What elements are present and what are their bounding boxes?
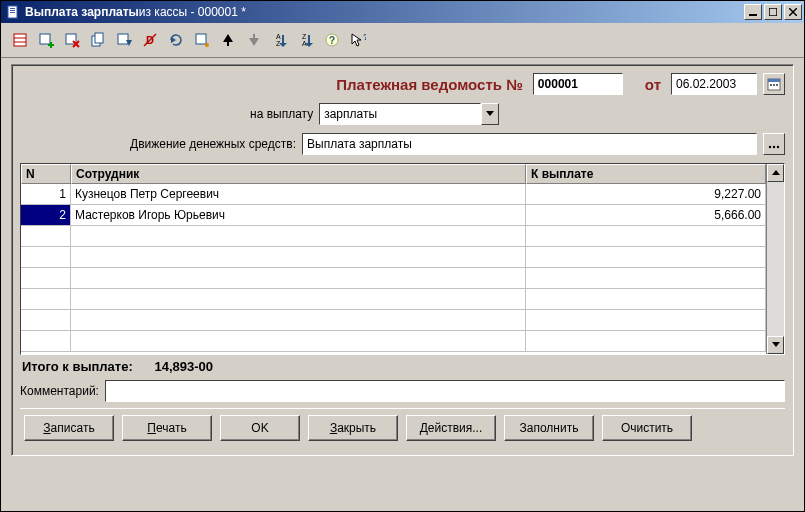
grid-move-icon[interactable] — [113, 29, 135, 51]
table-row[interactable]: 2Мастерков Игорь Юрьевич5,666.00 — [21, 205, 766, 226]
svg-marker-28 — [249, 38, 259, 46]
total-label: Итого к выплате: — [22, 359, 133, 374]
content-area: Платежная ведомость № от на выплату Движ… — [1, 58, 804, 511]
table-row[interactable] — [21, 226, 766, 247]
col-header-employee[interactable]: Сотрудник — [71, 164, 526, 184]
grid-header: N Сотрудник К выплате — [21, 164, 766, 184]
mark-delete-icon[interactable]: D — [139, 29, 161, 51]
svg-marker-44 — [486, 111, 494, 116]
from-label: от — [645, 76, 661, 93]
fill-button[interactable]: Заполнить — [504, 415, 594, 441]
cell-employee — [71, 331, 526, 352]
svg-marker-23 — [171, 37, 176, 43]
scroll-track[interactable] — [767, 182, 784, 336]
col-header-n[interactable]: N — [21, 164, 71, 184]
grid-add-icon[interactable] — [35, 29, 57, 51]
cell-amount — [526, 289, 766, 310]
calendar-button[interactable] — [763, 73, 785, 95]
svg-marker-49 — [772, 342, 780, 347]
cell-employee — [71, 226, 526, 247]
cell-n: 1 — [21, 184, 71, 205]
save-button[interactable]: Записать — [24, 415, 114, 441]
toolbar: DAZZA?? — [1, 23, 804, 58]
cell-amount — [526, 226, 766, 247]
help-icon[interactable]: ? — [321, 29, 343, 51]
table-row[interactable] — [21, 331, 766, 352]
cell-n — [21, 247, 71, 268]
table-row[interactable]: 1Кузнецов Петр Сергеевич9,227.00 — [21, 184, 766, 205]
cell-employee: Кузнецов Петр Сергеевич — [71, 184, 526, 205]
scroll-up-button[interactable] — [767, 164, 784, 182]
payment-type-input[interactable] — [319, 103, 481, 125]
form-panel: Платежная ведомость № от на выплату Движ… — [11, 64, 794, 456]
svg-rect-5 — [769, 8, 777, 16]
svg-rect-19 — [118, 34, 128, 44]
minimize-button[interactable] — [744, 4, 762, 20]
grid-copy-icon[interactable] — [87, 29, 109, 51]
svg-rect-24 — [196, 34, 206, 44]
cash-movement-input[interactable] — [302, 133, 757, 155]
grid-body[interactable]: 1Кузнецов Петр Сергеевич9,227.002Мастерк… — [21, 184, 766, 354]
button-bar: Записать Печать OK Закрыть Действия... З… — [20, 408, 785, 447]
employee-grid: N Сотрудник К выплате 1Кузнецов Петр Сер… — [20, 163, 785, 355]
context-help-icon[interactable]: ? — [347, 29, 369, 51]
ok-button[interactable]: OK — [220, 415, 300, 441]
svg-marker-48 — [772, 170, 780, 175]
col-header-amount[interactable]: К выплате — [526, 164, 766, 184]
refresh-icon[interactable] — [165, 29, 187, 51]
close-button[interactable] — [784, 4, 802, 20]
sort-desc-icon[interactable]: ZA — [295, 29, 317, 51]
svg-point-46 — [773, 146, 775, 148]
cell-amount — [526, 268, 766, 289]
cell-n — [21, 331, 71, 352]
comment-input[interactable] — [105, 380, 785, 402]
cell-employee: Мастерков Игорь Юрьевич — [71, 205, 526, 226]
cell-amount — [526, 331, 766, 352]
svg-text:Z: Z — [302, 33, 307, 40]
svg-rect-4 — [749, 14, 757, 16]
svg-rect-8 — [14, 34, 26, 46]
table-row[interactable] — [21, 247, 766, 268]
doc-number-input[interactable] — [533, 73, 623, 95]
svg-rect-3 — [10, 12, 15, 13]
cell-employee — [71, 268, 526, 289]
arrow-up-icon[interactable] — [217, 29, 239, 51]
cell-amount — [526, 247, 766, 268]
ellipsis-button[interactable] — [763, 133, 785, 155]
svg-text:?: ? — [363, 32, 366, 42]
svg-rect-2 — [10, 10, 15, 11]
cash-movement-label: Движение денежных средств: — [130, 137, 296, 151]
svg-text:?: ? — [329, 35, 335, 46]
svg-marker-26 — [223, 34, 233, 42]
doc-title-label: Платежная ведомость № — [336, 76, 523, 93]
print-button[interactable]: Печать — [122, 415, 212, 441]
table-row[interactable] — [21, 268, 766, 289]
chevron-down-icon[interactable] — [481, 103, 499, 125]
doc-date-input[interactable] — [671, 73, 757, 95]
scroll-down-button[interactable] — [767, 336, 784, 354]
close-form-button[interactable]: Закрыть — [308, 415, 398, 441]
clear-button[interactable]: Очистить — [602, 415, 692, 441]
actions-button[interactable]: Действия... — [406, 415, 496, 441]
edit-row-icon[interactable] — [191, 29, 213, 51]
maximize-button[interactable] — [764, 4, 782, 20]
svg-rect-29 — [253, 34, 255, 39]
arrow-down-icon[interactable] — [243, 29, 265, 51]
svg-rect-40 — [768, 79, 780, 82]
window-title-rest: из кассы - 000001 * — [139, 5, 246, 19]
grid-red-icon[interactable] — [9, 29, 31, 51]
svg-rect-1 — [10, 8, 15, 9]
cell-amount: 9,227.00 — [526, 184, 766, 205]
payment-type-combo[interactable] — [319, 103, 499, 125]
table-row[interactable] — [21, 289, 766, 310]
cell-n — [21, 289, 71, 310]
cell-employee — [71, 247, 526, 268]
grid-delete-icon[interactable] — [61, 29, 83, 51]
cell-n — [21, 310, 71, 331]
vertical-scrollbar[interactable] — [766, 164, 784, 354]
cell-n — [21, 226, 71, 247]
svg-rect-27 — [227, 41, 229, 46]
cell-employee — [71, 310, 526, 331]
table-row[interactable] — [21, 310, 766, 331]
sort-asc-icon[interactable]: AZ — [269, 29, 291, 51]
